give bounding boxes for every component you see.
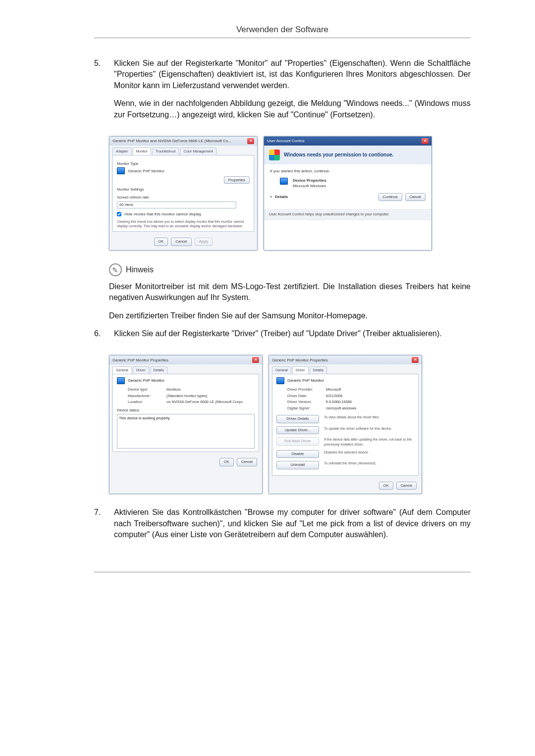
monitor-settings-label: Monitor Settings — [117, 187, 250, 193]
hinweis-label: Hinweis — [126, 264, 154, 275]
digital-signer-value: microsoft windows — [326, 406, 356, 411]
roll-back-driver-button: Roll Back Driver — [276, 437, 319, 446]
dialog-title: Generic PnP Monitor and NVIDIA GeForce 6… — [112, 138, 231, 144]
monitor-icon — [280, 178, 288, 185]
disable-button[interactable]: Disable — [276, 450, 319, 458]
screenshot-row-1: Generic PnP Monitor and NVIDIA GeForce 6… — [109, 136, 471, 251]
driver-details-button[interactable]: Driver Details — [276, 415, 319, 423]
screenshot-row-2: Generic PnP Monitor Properties ✕ General… — [109, 355, 471, 494]
digital-signer-label: Digital Signer: — [287, 406, 323, 411]
cancel-button[interactable]: Cancel — [171, 238, 191, 246]
hide-modes-description: Clearing this check box allows you to se… — [117, 220, 250, 228]
tab-driver[interactable]: Driver — [292, 366, 309, 374]
step7-p1: Aktivieren Sie das Kontrollkästchen "Bro… — [114, 507, 471, 540]
continue-button[interactable]: Continue — [378, 193, 402, 202]
note-icon — [109, 263, 122, 276]
uninstall-desc: To uninstall the driver (Advanced). — [324, 461, 414, 466]
shield-icon — [269, 150, 280, 160]
device-status-box: This device is working properly. — [117, 414, 255, 449]
dialog-title: Generic PnP Monitor Properties — [272, 357, 328, 363]
location-value: on NVIDIA GeForce 6600 LE (Microsoft Cor… — [166, 400, 243, 405]
driver-properties-dialog: Generic PnP Monitor Properties ✕ General… — [268, 355, 422, 494]
apply-button: Apply — [195, 238, 213, 246]
dialog-title: Generic PnP Monitor Properties — [112, 357, 168, 363]
device-status-label: Device status — [117, 408, 255, 413]
close-icon[interactable]: ✕ — [247, 138, 254, 144]
step5-p2: Wenn, wie in der nachfolgenden Abbildung… — [114, 98, 471, 120]
monitor-type-label: Monitor Type — [117, 161, 250, 167]
step-6: 6. Klicken Sie auf der Registerkarte "Dr… — [94, 328, 471, 346]
tab-troubleshoot[interactable]: Troubleshoot — [152, 148, 179, 155]
hide-modes-checkbox[interactable] — [117, 212, 121, 216]
tab-color-management[interactable]: Color Management — [180, 148, 216, 155]
device-type-value: Monitors — [166, 387, 181, 393]
tab-monitor[interactable]: Monitor — [133, 148, 151, 155]
page-header: Verwenden der Software — [94, 25, 471, 38]
hinweis-p1: Dieser Monitortreiber ist mit dem MS-Log… — [109, 281, 471, 303]
driver-version-label: Driver Version: — [287, 400, 323, 405]
step5-p1: Klicken Sie auf der Registerkarte "Monit… — [114, 58, 471, 91]
uac-details[interactable]: Details — [275, 194, 288, 200]
close-icon[interactable]: ✕ — [412, 357, 419, 363]
close-icon[interactable]: ✕ — [252, 357, 259, 363]
driver-version-value: 6.0.6000.16386 — [326, 400, 352, 405]
hide-modes-label: Hide modes that this monitor cannot disp… — [124, 211, 201, 217]
monitor-icon — [276, 377, 284, 384]
driver-date-value: 6/21/2006 — [326, 394, 342, 399]
ok-button[interactable]: OK — [154, 238, 168, 246]
ok-button[interactable]: OK — [219, 458, 234, 466]
step-number: 6. — [94, 328, 114, 346]
tab-general[interactable]: General — [272, 366, 291, 374]
uac-dialog: User Account Control ✕ Windows needs you… — [264, 136, 432, 251]
step6-p1: Klicken Sie auf der Registerkarte "Drive… — [114, 328, 471, 339]
monitor-icon — [117, 377, 125, 384]
roll-back-desc: If the device fails after updating the d… — [324, 437, 414, 447]
cancel-button[interactable]: Cancel — [405, 193, 426, 202]
tab-driver[interactable]: Driver — [133, 366, 149, 374]
disable-desc: Disables the selected device. — [324, 450, 414, 455]
cancel-button[interactable]: Cancel — [396, 482, 417, 490]
hinweis-p2: Den zertifizierten Treiber finden Sie au… — [109, 310, 471, 321]
monitor-properties-dialog: Generic PnP Monitor and NVIDIA GeForce 6… — [109, 136, 258, 251]
uninstall-button[interactable]: Uninstall — [276, 461, 319, 469]
tab-details[interactable]: Details — [150, 366, 167, 374]
refresh-rate-select[interactable]: 60 Hertz — [117, 202, 236, 209]
footer-divider — [94, 572, 471, 572]
ok-button[interactable]: OK — [379, 482, 393, 490]
step-number: 5. — [94, 58, 114, 127]
step-number: 7. — [94, 507, 114, 547]
tab-details[interactable]: Details — [310, 366, 327, 374]
chevron-down-icon[interactable]: ▾ — [270, 194, 272, 200]
uac-footer: User Account Control helps stop unauthor… — [264, 209, 431, 220]
monitor-icon — [117, 167, 125, 174]
monitor-name: Generic PnP Monitor — [128, 378, 164, 383]
manufacturer-label: Manufacturer: — [128, 394, 163, 399]
driver-date-label: Driver Date: — [287, 394, 323, 399]
manufacturer-value: (Standard monitor types) — [166, 394, 208, 399]
monitor-name: Generic PnP Monitor — [128, 168, 164, 174]
location-label: Location: — [128, 400, 163, 405]
cancel-button[interactable]: Cancel — [237, 458, 257, 466]
update-driver-desc: To update the driver software for this d… — [324, 426, 414, 431]
general-properties-dialog: Generic PnP Monitor Properties ✕ General… — [109, 355, 263, 494]
uac-headline: Windows needs your permission to contion… — [284, 151, 394, 158]
uac-title: User Account Control — [267, 138, 305, 144]
driver-provider-label: Driver Provider: — [287, 387, 323, 393]
tab-general[interactable]: General — [112, 366, 132, 374]
uac-if-you-started: If you started this action, continue. — [270, 168, 426, 174]
step-7: 7. Aktivieren Sie das Kontrollkästchen "… — [94, 507, 471, 547]
properties-button[interactable]: Properties — [224, 176, 250, 184]
driver-provider-value: Microsoft — [326, 387, 341, 393]
tab-adapter[interactable]: Adapter — [112, 148, 132, 155]
monitor-name: Generic PnP Monitor — [287, 378, 324, 383]
uac-item-vendor: Microsoft Windows — [293, 183, 326, 189]
update-driver-button[interactable]: Update Driver... — [276, 426, 319, 435]
close-icon[interactable]: ✕ — [422, 138, 428, 144]
uac-item-title: Device Properties — [293, 178, 326, 183]
hinweis-block: Hinweis Dieser Monitortreiber ist mit de… — [109, 263, 471, 321]
refresh-rate-label: Screen refresh rate: — [117, 195, 250, 201]
device-type-label: Device type: — [128, 387, 163, 393]
driver-details-desc: To view details about the driver files. — [324, 415, 414, 420]
step-5: 5. Klicken Sie auf der Registerkarte "Mo… — [94, 58, 471, 127]
